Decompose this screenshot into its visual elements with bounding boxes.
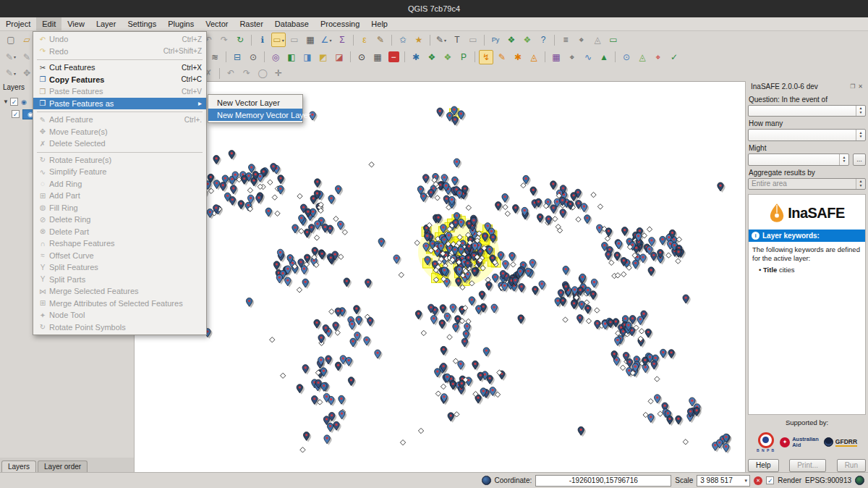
- osm-icon[interactable]: ◬: [635, 50, 650, 64]
- menu-item-paste-features-as[interactable]: ❒Paste Features as▸: [33, 98, 206, 110]
- undo-edit-icon[interactable]: ↶: [224, 66, 238, 80]
- menubar-item-vector[interactable]: Vector: [200, 17, 234, 30]
- circle-tool-icon[interactable]: ◯: [255, 66, 270, 80]
- db-manager-icon[interactable]: ⊟: [230, 50, 244, 64]
- interpolation-icon[interactable]: ∿: [581, 50, 595, 64]
- label-settings-icon[interactable]: ✎: [373, 33, 388, 47]
- add-csv-layer-icon[interactable]: ≋: [208, 50, 222, 64]
- cad-tools-icon[interactable]: ✛: [271, 66, 286, 80]
- menubar-item-plugins[interactable]: Plugins: [162, 17, 200, 30]
- menubar-item-project[interactable]: Project: [0, 17, 36, 30]
- scale-combobox[interactable]: 3 988 517▼: [697, 475, 750, 487]
- raster-calculator-icon[interactable]: ▦: [549, 50, 563, 64]
- georeferencer-icon[interactable]: ⌖: [565, 50, 579, 64]
- grid-icon[interactable]: ▦: [370, 50, 385, 64]
- expander-icon[interactable]: ▼: [1, 98, 10, 105]
- identify-icon[interactable]: ℹ: [255, 33, 270, 47]
- allow-edits-icon[interactable]: ✎▾: [4, 66, 18, 80]
- inasafe-options-icon[interactable]: ✱: [511, 50, 525, 64]
- menubar-item-settings[interactable]: Settings: [122, 17, 162, 30]
- overview-icon[interactable]: ▭: [606, 33, 621, 47]
- stop-render-icon[interactable]: ✕: [754, 476, 762, 485]
- info-icon: i: [752, 232, 760, 240]
- current-edits-icon[interactable]: ✎▾: [4, 50, 18, 64]
- vector-dissolve-icon[interactable]: ◩: [316, 50, 331, 64]
- inasafe-dock-title: InaSAFE 2.0.0-6 dev: [751, 83, 847, 91]
- tab-layer-order[interactable]: Layer order: [38, 460, 88, 472]
- menubar-item-processing[interactable]: Processing: [315, 17, 365, 30]
- plugin-a-icon[interactable]: ❖: [441, 50, 455, 64]
- statusbar: Coordinate: -19260190,15796716 Scale 3 9…: [0, 472, 868, 488]
- render-checkbox[interactable]: ✓: [766, 476, 774, 484]
- python-console-icon[interactable]: Py: [488, 33, 503, 47]
- tab-layers[interactable]: Layers: [1, 460, 36, 472]
- dock-close-icon[interactable]: ✕: [858, 83, 863, 90]
- menu-item-cut-features[interactable]: ✂Cut FeaturesCtrl+X: [33, 62, 206, 74]
- vector-intersect-icon[interactable]: ◪: [332, 50, 346, 64]
- layer-checkbox[interactable]: ✓: [12, 110, 20, 118]
- help-button[interactable]: Help: [748, 459, 779, 472]
- menubar-item-view[interactable]: View: [61, 17, 90, 30]
- menubar-item-raster[interactable]: Raster: [234, 17, 268, 30]
- menubar-item-database[interactable]: Database: [269, 17, 315, 30]
- menubar-item-help[interactable]: Help: [365, 17, 393, 30]
- new-project-icon[interactable]: ▢: [4, 33, 18, 47]
- vector-union-icon[interactable]: ◨: [300, 50, 315, 64]
- menubar-item-edit[interactable]: Edit: [36, 17, 61, 30]
- epsg-status[interactable]: EPSG:900913: [805, 476, 851, 484]
- statistics-icon[interactable]: Σ: [335, 33, 349, 47]
- menu-item-split-features: YSplit Features: [33, 261, 206, 274]
- gps-icon[interactable]: ⌖: [651, 50, 665, 64]
- annotation-icon[interactable]: ✎▾: [434, 33, 448, 47]
- toolbar-separator: [615, 51, 616, 62]
- vector-buffer-icon[interactable]: ◎: [268, 50, 283, 64]
- query-builder-icon[interactable]: ⊙: [246, 50, 260, 64]
- coordinate-input[interactable]: -19260190,15796716: [535, 475, 671, 487]
- processing-toolbox-icon[interactable]: ✱: [409, 50, 423, 64]
- toggle-editing-icon[interactable]: ✎: [20, 50, 34, 64]
- plugin-manager-icon[interactable]: ❖: [504, 33, 519, 47]
- decorations-icon[interactable]: ◬: [590, 33, 605, 47]
- crs-status-icon[interactable]: [855, 476, 864, 485]
- menubar-item-layer[interactable]: Layer: [90, 17, 122, 30]
- menu-item-copy-features[interactable]: ❐Copy FeaturesCtrl+C: [33, 74, 206, 86]
- model-builder-icon[interactable]: ❖: [425, 50, 439, 64]
- coordinate-capture-icon[interactable]: ⌖: [574, 33, 589, 47]
- terrain-analysis-icon[interactable]: ▲: [597, 50, 611, 64]
- map-canvas[interactable]: [135, 81, 745, 472]
- attribute-table-icon[interactable]: ▦: [303, 33, 318, 47]
- new-bookmark-icon[interactable]: ✩: [396, 33, 410, 47]
- select-features-icon[interactable]: ▭▾: [271, 33, 286, 47]
- zoom-next-icon[interactable]: ↷: [217, 33, 231, 47]
- search-icon[interactable]: ⊙: [354, 50, 369, 64]
- refresh-map-icon[interactable]: ↻: [233, 33, 247, 47]
- show-bookmarks-icon[interactable]: ★: [412, 33, 426, 47]
- plugin-installer-icon[interactable]: ❖: [520, 33, 535, 47]
- topology-checker-icon[interactable]: ✓: [667, 50, 681, 64]
- inasafe-keywords-icon[interactable]: ✎: [495, 50, 509, 64]
- function-combobox[interactable]: ▲▼: [748, 153, 849, 166]
- move-feature-icon[interactable]: ✥: [20, 66, 34, 80]
- function-options-button[interactable]: ...: [853, 153, 866, 166]
- labeling-icon[interactable]: ε: [357, 33, 372, 47]
- measure-icon[interactable]: ∠▾: [319, 33, 333, 47]
- form-annotation-icon[interactable]: ▭: [466, 33, 480, 47]
- metasearch-icon[interactable]: ⊙: [619, 50, 634, 64]
- inasafe-toggle-icon[interactable]: ↯: [479, 50, 493, 64]
- hazard-combobox[interactable]: ▲▼: [748, 105, 866, 117]
- inasafe-batch-icon[interactable]: ◬: [527, 50, 541, 64]
- deselect-features-icon[interactable]: ▭: [287, 33, 302, 47]
- redo-edit-icon[interactable]: ↷: [239, 66, 254, 80]
- layer-checkbox[interactable]: ✓: [10, 98, 18, 106]
- api-documentation-icon[interactable]: ≡: [558, 33, 573, 47]
- remove-layer-icon[interactable]: −: [386, 50, 401, 64]
- menu-item-new-vector-layer[interactable]: New Vector Layer: [208, 96, 302, 109]
- help-contents-icon[interactable]: ?: [536, 33, 550, 47]
- vector-clip-icon[interactable]: ◧: [284, 50, 299, 64]
- plugin-b-icon[interactable]: P: [456, 50, 471, 64]
- open-project-icon[interactable]: ▱: [20, 33, 34, 47]
- exposure-combobox[interactable]: ▲▼: [748, 129, 866, 141]
- menu-item-new-memory-vector-layer[interactable]: New Memory Vector Layer: [208, 109, 302, 121]
- dock-float-icon[interactable]: ❐: [850, 83, 855, 90]
- text-annotation-icon[interactable]: T: [450, 33, 464, 47]
